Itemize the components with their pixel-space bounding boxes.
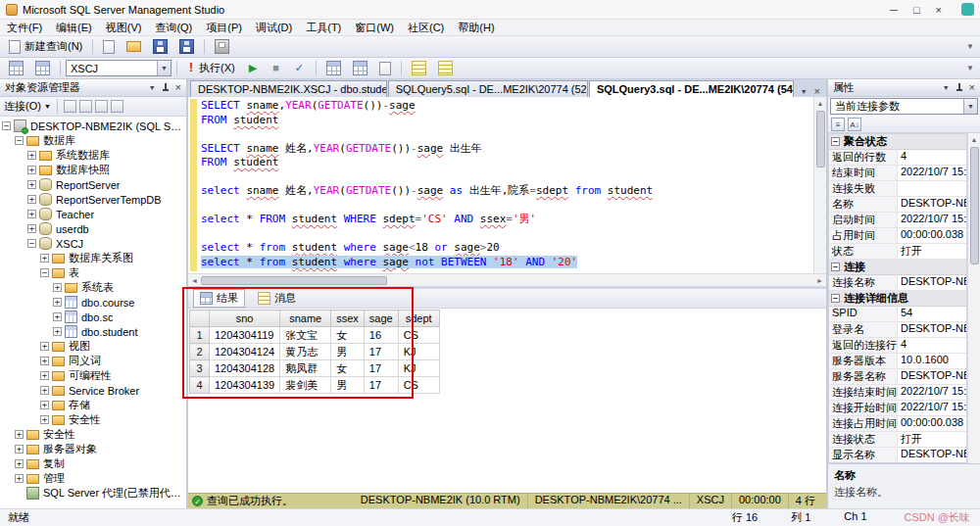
chevron-down-icon[interactable]: ▼ xyxy=(157,61,171,75)
grid-cell[interactable]: 1204304128 xyxy=(210,360,280,377)
tab-list-icon[interactable]: ▼ xyxy=(801,88,808,95)
expander-icon[interactable]: + xyxy=(40,371,49,380)
sql-editor[interactable]: SELECT sname,YEAR(GETDATE())-sageFROM st… xyxy=(188,97,826,286)
grid-cell[interactable]: 女 xyxy=(331,360,365,377)
expander-icon[interactable]: + xyxy=(53,298,62,307)
expander-icon[interactable]: + xyxy=(15,459,24,468)
tab-messages[interactable]: 消息 xyxy=(251,289,303,308)
code-line-12[interactable]: select * from student where sage not BET… xyxy=(201,256,813,270)
property-group-header[interactable]: −聚合状态 xyxy=(829,134,966,150)
expander-icon[interactable]: + xyxy=(27,180,36,189)
expander-icon[interactable]: + xyxy=(53,283,62,292)
column-header-sno[interactable]: sno xyxy=(210,311,280,327)
tab-results[interactable]: 结果 xyxy=(193,289,245,308)
panel-menu-icon[interactable]: ▼ xyxy=(149,84,156,91)
connect-button[interactable]: 连接(O) xyxy=(4,99,41,114)
tree-item[interactable]: SQL Server 代理(已禁用代理 XP) xyxy=(0,486,186,501)
grid-cell[interactable]: 男 xyxy=(331,377,365,394)
menu-item-2[interactable]: 视图(V) xyxy=(99,20,149,35)
expander-icon[interactable]: + xyxy=(40,386,49,395)
properties-scrollbar[interactable]: ▲ xyxy=(967,133,980,463)
menu-item-9[interactable]: 帮助(H) xyxy=(451,20,501,35)
code-line-9[interactable]: select * FROM student WHERE sdept='CS' A… xyxy=(201,213,813,227)
results-row[interactable]: 21204304124黄乃志男17KJ xyxy=(190,344,440,360)
property-row[interactable]: 名称DESKTOP-NBME2IK xyxy=(829,197,966,213)
panel-close-icon[interactable]: × xyxy=(175,82,181,93)
code-line-3[interactable] xyxy=(201,127,813,142)
tree-item[interactable]: +ReportServerTempDB xyxy=(0,192,186,207)
toolbar-overflow-icon[interactable]: ▼ xyxy=(966,42,976,51)
panel-menu-icon[interactable]: ▼ xyxy=(943,84,950,91)
expander-icon[interactable]: + xyxy=(40,254,49,263)
grid-cell[interactable]: 张文宝 xyxy=(280,327,331,344)
code-line-6[interactable] xyxy=(201,170,813,185)
property-row[interactable]: 占用时间00:00:00.038 xyxy=(829,228,966,244)
grid-cell[interactable]: 17 xyxy=(364,344,398,360)
expander-icon[interactable]: + xyxy=(15,430,24,439)
refresh-icon[interactable] xyxy=(95,100,108,113)
expander-icon[interactable]: + xyxy=(40,357,49,365)
tree-item[interactable]: +安全性 xyxy=(0,412,186,427)
menu-item-0[interactable]: 文件(F) xyxy=(0,20,49,35)
new-file-button[interactable] xyxy=(98,38,120,56)
pin-icon[interactable] xyxy=(956,82,963,93)
open-file-button[interactable] xyxy=(122,39,146,54)
property-row[interactable]: 连接名称DESKTOP-NBME2IK xyxy=(829,275,966,291)
minimize-button[interactable]: ─ xyxy=(890,1,898,19)
execute-button[interactable]: ! 执行(X) xyxy=(182,59,240,77)
tree-item[interactable]: −DESKTOP-NBME2IK (SQL Server 10.0.160 xyxy=(0,119,186,133)
expander-icon[interactable]: − xyxy=(27,239,36,248)
query-options-button[interactable] xyxy=(321,59,346,77)
row-number-cell[interactable]: 1 xyxy=(190,327,210,344)
property-row[interactable]: 连接开始时间2022/10/7 15:26:11 xyxy=(829,401,966,416)
property-row[interactable]: 结束时间2022/10/7 15:26:11 xyxy=(829,166,966,181)
grid-cell[interactable]: 裴剑美 xyxy=(280,377,331,394)
indent-button[interactable] xyxy=(407,59,431,77)
save-button[interactable] xyxy=(148,37,172,56)
column-header-sage[interactable]: sage xyxy=(364,311,398,327)
expander-icon[interactable]: + xyxy=(53,327,62,336)
expander-icon[interactable]: + xyxy=(27,224,36,233)
editor-horizontal-scrollbar[interactable]: ◄ ► xyxy=(188,273,826,286)
property-row[interactable]: 连接状态打开 xyxy=(829,432,966,448)
connect-dropdown-icon[interactable]: ▼ xyxy=(44,103,51,110)
column-header-sdept[interactable]: sdept xyxy=(398,311,439,327)
grid-cell[interactable]: 1204304124 xyxy=(210,344,280,360)
disconnect-icon[interactable] xyxy=(64,100,76,113)
expander-icon[interactable]: + xyxy=(15,474,24,483)
grid-cell[interactable]: 17 xyxy=(364,377,398,394)
menu-item-7[interactable]: 窗口(W) xyxy=(348,20,401,35)
property-row[interactable]: 返回的连接行数4 xyxy=(829,338,966,354)
tree-item[interactable]: +存储 xyxy=(0,398,186,412)
grid-cell[interactable]: 男 xyxy=(331,344,365,360)
tree-item[interactable]: −表 xyxy=(0,265,186,280)
code-line-11[interactable]: select * from student where sage<18 or s… xyxy=(201,241,813,256)
collapse-icon[interactable]: − xyxy=(831,294,840,303)
tree-item[interactable]: −XSCJ xyxy=(0,236,186,251)
results-to-grid-button[interactable] xyxy=(348,59,372,77)
property-group-header[interactable]: −连接详细信息 xyxy=(829,291,966,307)
expander-icon[interactable]: + xyxy=(53,312,62,321)
menu-item-3[interactable]: 查询(Q) xyxy=(148,20,199,35)
property-group-header[interactable]: −连接 xyxy=(829,260,966,275)
tree-item[interactable]: +ReportServer xyxy=(0,177,186,192)
tree-item[interactable]: +管理 xyxy=(0,471,186,486)
property-row[interactable]: 连接占用时间00:00:00.038 xyxy=(829,416,966,432)
code-line-4[interactable]: SELECT sname 姓名,YEAR(GETDATE())-sage 出生年 xyxy=(201,142,813,157)
grid-cell[interactable]: 黄乃志 xyxy=(280,344,331,360)
expander-icon[interactable]: − xyxy=(15,136,24,145)
cancel-query-button[interactable]: ■ xyxy=(266,59,286,77)
editor-tab-2[interactable]: SQLQuery3.sql - DE...ME2IK\20774 (54))* xyxy=(589,80,794,97)
tree-item[interactable]: +视图 xyxy=(0,339,186,354)
editor-tab-1[interactable]: SQLQuery5.sql - DE...ME2IK\20774 (52))* xyxy=(388,80,588,97)
grid-cell[interactable]: 女 xyxy=(331,327,365,344)
collapse-icon[interactable]: − xyxy=(831,137,840,146)
property-row[interactable]: 连接结束时间2022/10/7 15:26:11 xyxy=(829,385,966,401)
change-connection-button[interactable] xyxy=(30,59,55,77)
grid-cell[interactable]: KJ xyxy=(398,360,439,377)
code-line-2[interactable]: FROM student xyxy=(201,114,813,128)
database-selector[interactable]: XSCJ ▼ xyxy=(66,60,172,76)
editor-vertical-scrollbar[interactable]: ▲ xyxy=(813,97,826,273)
connect-db-button[interactable] xyxy=(4,59,28,77)
grid-cell[interactable]: 1204304119 xyxy=(210,327,280,344)
